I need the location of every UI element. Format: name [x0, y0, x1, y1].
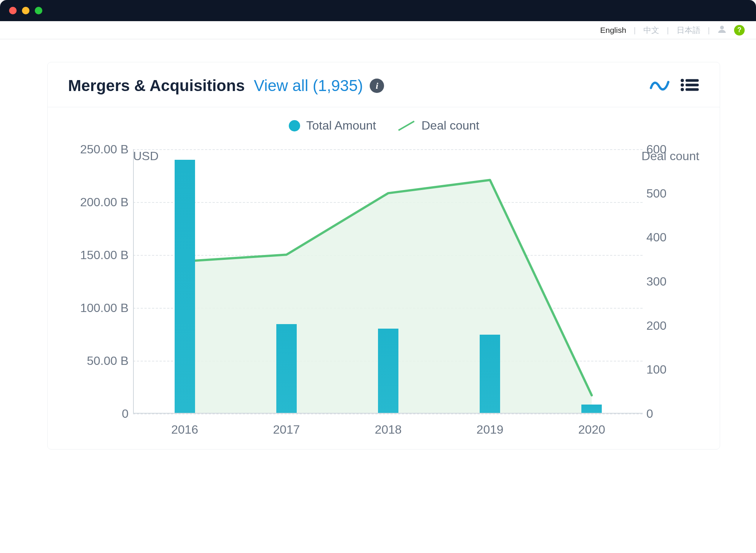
- window-titlebar: [0, 0, 756, 21]
- window-minimize-icon[interactable]: [22, 7, 29, 14]
- x-tick-label: 2019: [477, 423, 503, 437]
- language-option-english[interactable]: English: [600, 26, 626, 35]
- bar-slot: 2019: [439, 149, 541, 413]
- svg-point-3: [681, 83, 684, 87]
- bar[interactable]: [581, 405, 602, 413]
- chart-container: Total Amount Deal count USD Deal count 2…: [48, 107, 720, 449]
- view-all-link[interactable]: View all (1,935): [254, 77, 363, 95]
- y-left-tick-label: 50.00 B: [69, 354, 129, 368]
- legend-dot-icon: [289, 120, 300, 131]
- bar-slot: 2020: [541, 149, 643, 413]
- ma-card: Mergers & Acquisitions View all (1,935) …: [47, 62, 720, 450]
- legend-line-icon: [398, 120, 415, 131]
- y-right-tick-label: 600: [646, 142, 699, 156]
- legend-label: Total Amount: [306, 119, 376, 133]
- x-tick-label: 2016: [171, 423, 198, 437]
- y-left-tick-label: 150.00 B: [69, 248, 129, 262]
- bar-slot: 2016: [134, 149, 235, 413]
- separator: |: [634, 26, 636, 35]
- traffic-lights: [9, 7, 42, 14]
- legend-label: Deal count: [421, 119, 479, 133]
- chart-view-toggle[interactable]: [649, 78, 670, 93]
- y-right-tick-label: 300: [646, 275, 699, 289]
- svg-point-1: [681, 79, 684, 82]
- bar[interactable]: [480, 335, 500, 413]
- legend-item-deal-count[interactable]: Deal count: [397, 119, 479, 133]
- bar[interactable]: [378, 329, 398, 413]
- y-left-tick-label: 200.00 B: [69, 195, 129, 209]
- card-header: Mergers & Acquisitions View all (1,935) …: [48, 62, 720, 107]
- page-body: Mergers & Acquisitions View all (1,935) …: [0, 39, 756, 553]
- svg-rect-6: [686, 88, 699, 91]
- plot-area: 250.00 B200.00 B150.00 B100.00 B50.00 B0…: [69, 149, 699, 430]
- y-right-tick-label: 400: [646, 230, 699, 244]
- separator: |: [667, 26, 669, 35]
- svg-rect-4: [686, 84, 699, 86]
- bars-layer: 20162017201820192020: [134, 149, 643, 413]
- bar-slot: 2017: [235, 149, 337, 413]
- info-icon[interactable]: i: [370, 79, 384, 93]
- language-option-japanese[interactable]: 日本語: [677, 25, 700, 36]
- bar[interactable]: [175, 160, 195, 413]
- legend-item-total-amount[interactable]: Total Amount: [289, 119, 376, 133]
- app-window: English | 中文 | 日本語 | ? Mergers & Acquisi…: [0, 0, 756, 553]
- y-left-tick-label: 0: [69, 407, 129, 421]
- bar-slot: 2018: [337, 149, 439, 413]
- list-view-toggle[interactable]: [680, 78, 699, 93]
- svg-point-0: [720, 26, 724, 29]
- plot-inner: 20162017201820192020: [133, 149, 643, 414]
- grid-line: [133, 414, 643, 414]
- language-bar: English | 中文 | 日本語 | ?: [0, 21, 756, 39]
- y-right-tick-label: 500: [646, 186, 699, 200]
- chart-area: USD Deal count 250.00 B200.00 B150.00 B1…: [69, 149, 699, 430]
- view-toggle: [649, 78, 699, 93]
- x-tick-label: 2017: [273, 423, 300, 437]
- help-icon[interactable]: ?: [734, 25, 745, 36]
- window-close-icon[interactable]: [9, 7, 17, 14]
- legend: Total Amount Deal count: [69, 119, 699, 133]
- y-right-tick-label: 0: [646, 407, 699, 421]
- separator: |: [708, 26, 710, 35]
- svg-point-5: [681, 88, 684, 91]
- language-option-chinese[interactable]: 中文: [643, 25, 659, 36]
- window-zoom-icon[interactable]: [35, 7, 42, 14]
- card-title: Mergers & Acquisitions: [68, 77, 245, 95]
- user-avatar-icon[interactable]: [717, 25, 727, 36]
- bar[interactable]: [276, 324, 297, 413]
- x-tick-label: 2018: [375, 423, 401, 437]
- y-right-tick-label: 100: [646, 363, 699, 377]
- y-left-tick-label: 100.00 B: [69, 301, 129, 315]
- y-left-tick-label: 250.00 B: [69, 142, 129, 156]
- y-right-tick-label: 200: [646, 318, 699, 332]
- x-tick-label: 2020: [578, 423, 605, 437]
- svg-rect-2: [686, 79, 699, 82]
